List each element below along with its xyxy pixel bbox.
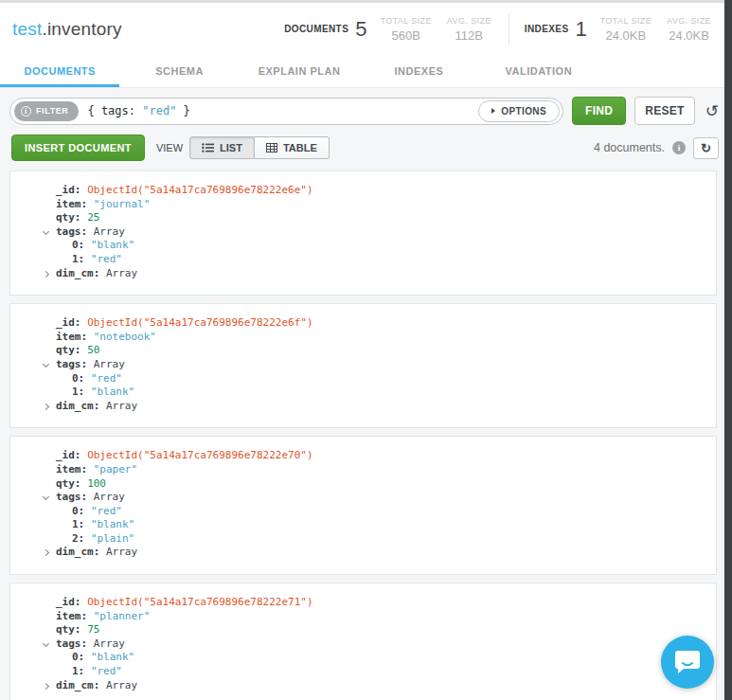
field-key: item: — [56, 331, 87, 343]
document-field-row[interactable]: dim_cm: Array — [56, 267, 706, 281]
field-key: _id: — [56, 184, 81, 196]
document-field-row[interactable]: 1: "red" — [56, 665, 706, 679]
collection-tabs: DOCUMENTS SCHEMA EXPLAIN PLAN INDEXES VA… — [0, 55, 598, 87]
field-key: 0: — [72, 651, 84, 663]
field-key: 1: — [72, 665, 84, 677]
field-value: Array — [106, 400, 137, 412]
document-field-row[interactable]: 2: "plain" — [56, 532, 706, 547]
field-value: ObjectId("5a14a17ca769896e78222e70") — [87, 449, 312, 461]
database-name: test — [12, 19, 42, 39]
document-card[interactable]: _id: ObjectId("5a14a17ca769896e78222e70"… — [9, 436, 717, 575]
indexes-stat: INDEXES 1 — [525, 17, 587, 42]
field-value: 25 — [87, 211, 99, 224]
document-field-row[interactable]: _id: ObjectId("5a14a17ca769896e78222e6f"… — [56, 316, 706, 331]
info-icon[interactable]: i — [672, 141, 686, 154]
collection-name: inventory — [47, 19, 122, 39]
document-field-row[interactable]: item: "paper" — [56, 463, 706, 477]
caret-right-icon — [491, 108, 495, 114]
chevron-right-icon — [43, 549, 49, 556]
view-list-button[interactable]: LIST — [189, 136, 255, 159]
collapse-array-icon[interactable] — [44, 494, 51, 502]
collapse-array-icon[interactable] — [44, 229, 51, 237]
expand-array-icon[interactable] — [44, 683, 51, 691]
document-field-row[interactable]: tags: Array — [56, 225, 706, 240]
collapse-array-icon[interactable] — [44, 641, 51, 649]
tab-validation[interactable]: VALIDATION — [479, 55, 598, 87]
field-key: _id: — [56, 449, 81, 461]
field-value: "plain" — [91, 532, 134, 545]
document-field-row[interactable]: dim_cm: Array — [56, 679, 706, 693]
documents-toolbar: INSERT DOCUMENT VIEW LIST TABLE 4 docume… — [0, 130, 732, 169]
document-field-row[interactable]: 1: "blank" — [56, 518, 706, 532]
filter-query-text[interactable]: { tags: "red" } — [87, 104, 189, 117]
field-value: "blank" — [91, 239, 134, 251]
expand-array-icon[interactable] — [44, 549, 51, 557]
documents-count: 5 — [355, 17, 366, 42]
chevron-right-icon — [43, 271, 49, 278]
tab-schema[interactable]: SCHEMA — [119, 55, 239, 87]
insert-document-button[interactable]: INSERT DOCUMENT — [11, 135, 145, 161]
document-card[interactable]: _id: ObjectId("5a14a17ca769896e78222e6f"… — [9, 303, 717, 428]
window-right-edge — [724, 0, 732, 700]
reset-button[interactable]: RESET — [634, 97, 695, 125]
document-field-row[interactable]: _id: ObjectId("5a14a17ca769896e78222e6e"… — [56, 184, 706, 198]
chevron-down-icon — [43, 361, 49, 368]
document-card[interactable]: _id: ObjectId("5a14a17ca769896e78222e71"… — [9, 583, 717, 700]
field-value: ObjectId("5a14a17ca769896e78222e6f") — [87, 316, 312, 329]
field-key: 2: — [72, 532, 84, 545]
field-key: _id: — [56, 316, 81, 329]
indexes-count: 1 — [575, 17, 586, 42]
document-field-row[interactable]: item: "planner" — [56, 610, 706, 624]
document-field-row[interactable]: _id: ObjectId("5a14a17ca769896e78222e70"… — [56, 449, 706, 463]
find-button[interactable]: FIND — [572, 97, 626, 125]
document-field-row[interactable]: tags: Array — [56, 637, 706, 652]
query-history-icon[interactable]: ↺ — [704, 103, 721, 119]
expand-array-icon[interactable] — [44, 271, 51, 278]
document-field-row[interactable]: 1: "blank" — [56, 386, 706, 400]
tab-indexes[interactable]: INDEXES — [359, 55, 478, 87]
document-field-row[interactable]: dim_cm: Array — [56, 546, 706, 560]
document-field-row[interactable]: 1: "red" — [56, 253, 706, 267]
document-field-row[interactable]: item: "journal" — [56, 198, 706, 212]
expand-array-icon[interactable] — [44, 404, 51, 411]
document-field-row[interactable]: _id: ObjectId("5a14a17ca769896e78222e71"… — [56, 596, 706, 610]
document-field-row[interactable]: qty: 50 — [56, 344, 706, 358]
field-key: 1: — [72, 253, 84, 265]
document-field-row[interactable]: qty: 25 — [56, 211, 706, 225]
filter-input[interactable]: i FILTER { tags: "red" } OPTIONS — [9, 98, 563, 125]
document-card[interactable]: _id: ObjectId("5a14a17ca769896e78222e6e"… — [9, 171, 717, 296]
field-value: Array — [94, 637, 125, 650]
document-field-row[interactable]: tags: Array — [56, 491, 706, 505]
document-field-row[interactable]: item: "notebook" — [56, 331, 706, 345]
field-key: dim_cm: — [56, 267, 99, 279]
chat-launcher-button[interactable] — [661, 636, 714, 689]
document-field-row[interactable]: dim_cm: Array — [56, 400, 706, 414]
field-value: "red" — [91, 253, 122, 265]
document-field-row[interactable]: tags: Array — [56, 358, 706, 372]
field-key: 0: — [72, 239, 84, 251]
indexes-total-size: TOTAL SIZE 24.0KB — [600, 16, 652, 43]
tab-explain-plan[interactable]: EXPLAIN PLAN — [240, 55, 359, 87]
document-field-row[interactable]: 0: "red" — [56, 505, 706, 519]
field-value: "red" — [91, 505, 122, 517]
document-field-row[interactable]: qty: 100 — [56, 477, 706, 492]
tab-documents[interactable]: DOCUMENTS — [0, 55, 119, 87]
options-button-label: OPTIONS — [501, 106, 546, 117]
document-field-row[interactable]: qty: 75 — [56, 623, 706, 637]
document-count: 4 documents. — [594, 141, 665, 154]
filter-badge-label: FILTER — [36, 106, 68, 116]
view-table-button[interactable]: TABLE — [255, 136, 330, 159]
options-button[interactable]: OPTIONS — [478, 100, 560, 122]
field-value: 75 — [87, 623, 99, 636]
field-value: "notebook" — [94, 331, 156, 343]
collapse-array-icon[interactable] — [44, 362, 51, 369]
document-field-row[interactable]: 0: "blank" — [56, 651, 706, 665]
filter-info-icon: i — [21, 106, 31, 117]
document-field-row[interactable]: 0: "blank" — [56, 239, 706, 253]
documents-stat-label: DOCUMENTS — [284, 24, 348, 34]
field-value: ObjectId("5a14a17ca769896e78222e71") — [87, 596, 312, 608]
stats-divider — [509, 14, 509, 45]
refresh-button[interactable]: ↻ — [693, 137, 719, 159]
field-value: "journal" — [94, 198, 151, 210]
document-field-row[interactable]: 0: "red" — [56, 372, 706, 386]
